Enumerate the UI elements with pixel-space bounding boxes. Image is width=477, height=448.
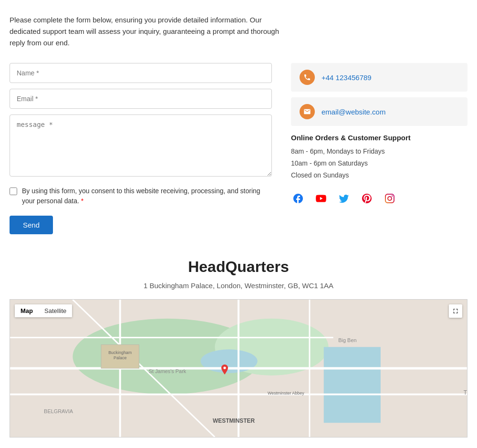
pinterest-icon[interactable] [360, 191, 374, 206]
facebook-icon[interactable] [291, 191, 305, 206]
form-column: By using this form, you consent to this … [10, 63, 272, 234]
social-row [291, 191, 467, 206]
intro-text: Please complete the form below, ensuring… [10, 14, 286, 49]
main-section: By using this form, you consent to this … [10, 63, 467, 234]
email-input[interactable] [10, 89, 272, 109]
hours-line-2: Closed on Sundays [291, 169, 467, 181]
name-input[interactable] [10, 63, 272, 83]
svg-text:St James's Park: St James's Park [149, 368, 187, 374]
email-card: email@website.com [291, 97, 467, 126]
headquarters-section: HeadQuarters 1 Buckingham Palace, London… [10, 258, 467, 438]
svg-text:Palace: Palace [114, 355, 126, 360]
contact-column: +44 123456789 email@website.com Online O… [291, 63, 467, 206]
email-icon [300, 104, 315, 119]
hours-line-1: 10am - 6pm on Saturdays [291, 157, 467, 169]
consent-checkbox[interactable] [10, 188, 17, 195]
svg-rect-5 [324, 347, 381, 423]
phone-card: +44 123456789 [291, 63, 467, 92]
svg-text:WESTMINSTER: WESTMINSTER [213, 417, 255, 424]
svg-text:BELGRAVIA: BELGRAVIA [44, 408, 73, 414]
hq-title: HeadQuarters [10, 258, 467, 276]
map-tabs: Map Satellite [15, 304, 72, 317]
map-tab-satellite[interactable]: Satellite [39, 304, 72, 317]
youtube-icon[interactable] [314, 191, 328, 206]
page-wrapper: Please complete the form below, ensuring… [0, 0, 477, 438]
twitter-icon[interactable] [337, 191, 351, 206]
instagram-icon[interactable] [383, 191, 397, 206]
required-star: * [81, 197, 83, 205]
svg-text:Big Ben: Big Ben [338, 337, 356, 343]
hq-address: 1 Buckingham Palace, London, Westminster… [10, 281, 467, 290]
consent-row: By using this form, you consent to this … [10, 186, 272, 206]
svg-text:Buckingham: Buckingham [108, 350, 132, 355]
map-container: Map Satellite [10, 299, 467, 438]
email-link[interactable]: email@website.com [321, 108, 385, 116]
phone-link[interactable]: +44 123456789 [321, 73, 372, 82]
svg-text:Westminster Abbey: Westminster Abbey [268, 391, 304, 396]
map-pin [218, 365, 231, 380]
message-input[interactable] [10, 115, 272, 177]
send-button[interactable]: Send [10, 216, 53, 234]
hours-line-0: 8am - 6pm, Mondays to Fridays [291, 146, 467, 157]
consent-text: By using this form, you consent to this … [22, 186, 272, 206]
phone-icon [300, 70, 315, 85]
map-expand-button[interactable] [449, 304, 462, 318]
hours-section: Online Orders & Customer Support 8am - 6… [291, 134, 467, 182]
svg-point-22 [224, 366, 226, 369]
map-image: St James's Park BELGRAVIA WESTMINSTER Bi… [10, 300, 467, 437]
map-tab-map[interactable]: Map [15, 304, 39, 317]
svg-text:The: The [464, 389, 467, 396]
hours-title: Online Orders & Customer Support [291, 134, 467, 142]
